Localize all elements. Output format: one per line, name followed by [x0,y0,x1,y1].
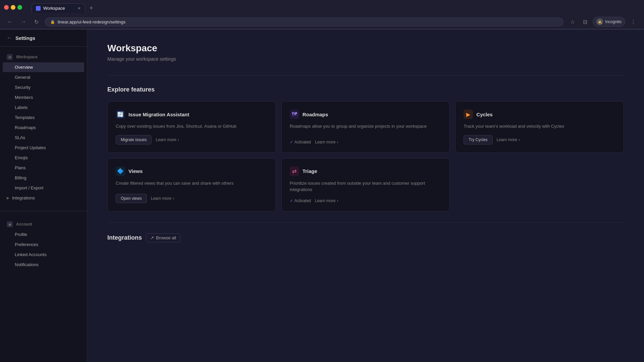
sidebar-item-members[interactable]: Members [3,93,84,102]
account-section: ◉ Account Profile Preferences Linked Acc… [0,214,87,275]
sidebar-item-security[interactable]: Security [3,82,84,92]
sidebar-item-emojis[interactable]: Emojis [3,153,84,163]
sidebar-item-templates[interactable]: Templates [3,113,84,122]
migrate-issues-button[interactable]: Migrate issues [116,135,152,144]
tab-close-icon[interactable]: ✕ [77,6,81,11]
address-bar[interactable]: 🔒 linear.app/ui-feed-redesign/settings [45,17,564,26]
section-divider-1 [107,75,624,75]
card-header: 🔷 Views [116,167,268,176]
activated-label: Activated [294,140,311,144]
bookmark-button[interactable]: ☆ [568,17,578,26]
sidebar-item-label: Linked Accounts [15,252,47,257]
menu-button[interactable]: ⋮ [628,17,639,26]
nav-bar: ← → ↻ 🔒 linear.app/ui-feed-redesign/sett… [0,15,644,29]
browse-all-label: Browse all [156,235,176,240]
check-icon: ✓ [290,198,293,203]
triage-icon: ⇄ [290,167,299,176]
sidebar-toggle-button[interactable]: ⊟ [580,17,590,26]
card-triage: ⇄ Triage Prioritize issues created from … [281,158,450,212]
workspace-section-header: ⊞ Workspace [0,52,87,62]
card-title: Roadmaps [303,112,328,117]
browse-all-button[interactable]: ↗ Browse all [146,233,180,242]
learn-more-button[interactable]: Learn more › [156,137,179,142]
sidebar-item-integrations[interactable]: ▶ Integrations [0,193,87,203]
reload-button[interactable]: ↻ [32,17,41,26]
lock-icon: 🔒 [50,20,55,24]
sidebar-item-plans[interactable]: Plans [3,163,84,173]
sidebar-item-project-updates[interactable]: Project Updates [3,143,84,153]
account-icon: ◉ [7,221,13,227]
sidebar-back-button[interactable]: ← [7,35,12,41]
sidebar-item-general[interactable]: General [3,72,84,82]
sidebar-item-import-export[interactable]: Import / Export [3,183,84,193]
tab-bar: Workspace ✕ + [28,2,100,13]
workspace-section-label: Workspace [16,55,38,59]
card-header: ▶ Cycles [464,110,615,119]
tab-title: Workspace [43,6,65,11]
card-title: Cycles [476,112,492,117]
card-header: 🗺 Roadmaps [290,110,442,119]
incognito-icon: 🕵 [596,18,603,25]
activated-badge: ✓ Activated [290,198,311,203]
learn-more-button[interactable]: Learn more › [315,198,338,203]
incognito-label: Incognito [605,19,622,24]
learn-more-button[interactable]: Learn more › [497,137,520,142]
maximize-btn[interactable] [17,5,22,10]
roadmaps-icon: 🗺 [290,110,299,119]
sidebar-item-label: Labels [15,105,28,110]
sidebar-item-label: Overview [15,65,33,70]
content-area: Workspace Manage your workspace settings… [87,29,644,362]
open-views-button[interactable]: Open views [116,194,147,203]
sidebar-item-overview[interactable]: Overview [3,62,84,72]
sidebar-item-roadmaps[interactable]: Roadmaps [3,123,84,132]
sidebar-item-label: Import / Export [15,185,43,190]
tab-workspace[interactable]: Workspace ✕ [32,3,85,13]
sidebar-item-slas[interactable]: SLAs [3,133,84,142]
cycles-icon: ▶ [464,110,473,119]
workspace-icon: ⊞ [7,54,13,60]
sidebar-item-label: Templates [15,115,35,120]
page-subtitle: Manage your workspace settings [107,56,624,62]
back-button[interactable]: ← [5,17,15,26]
sidebar-item-label: Project Updates [15,145,46,150]
forward-button[interactable]: → [19,17,28,26]
card-title: Triage [303,168,317,174]
sidebar-item-label: Preferences [15,242,38,247]
learn-more-button[interactable]: Learn more › [151,196,174,201]
sidebar-item-preferences[interactable]: Preferences [3,240,84,249]
chevron-right-icon: › [519,137,520,142]
close-btn[interactable] [4,5,9,10]
sidebar-item-label: SLAs [15,135,25,140]
sidebar-item-profile[interactable]: Profile [3,230,84,239]
explore-features-title: Explore features [107,86,624,93]
features-grid-row1: 🔄 Issue Migration Assistant Copy over ex… [107,101,624,153]
url-text: linear.app/ui-feed-redesign/settings [58,19,125,24]
sidebar-item-linked-accounts[interactable]: Linked Accounts [3,250,84,259]
sidebar-item-label: Emojis [15,155,28,160]
views-icon: 🔷 [116,167,125,176]
integrations-title: Integrations [107,234,142,241]
browser-chrome: Workspace ✕ + ← → ↻ 🔒 linear.app/ui-feed… [0,0,644,29]
card-description: Create filtered views that you can save … [116,180,268,188]
section-divider-2 [107,222,624,223]
card-issue-migration: 🔄 Issue Migration Assistant Copy over ex… [107,101,276,153]
empty-card-slot [455,158,624,212]
new-tab-button[interactable]: + [87,3,96,13]
tab-favicon-icon [36,6,41,11]
card-roadmaps: 🗺 Roadmaps Roadmaps allow you to group a… [281,101,450,153]
sidebar-item-labels[interactable]: Labels [3,103,84,112]
incognito-button[interactable]: 🕵 Incognito [593,17,625,27]
page-title: Workspace [107,43,624,54]
sidebar-item-label: Plans [15,165,26,170]
learn-more-button[interactable]: Learn more › [315,140,338,144]
sidebar-item-notifications[interactable]: Notifications [3,260,84,269]
main-layout: ← Settings ⊞ Workspace Overview General … [0,29,644,362]
sidebar-item-label: Profile [15,232,27,237]
try-cycles-button[interactable]: Try Cycles [464,135,492,144]
card-header: 🔄 Issue Migration Assistant [116,110,268,119]
sidebar-item-billing[interactable]: Billing [3,173,84,183]
card-header: ⇄ Triage [290,167,442,176]
sidebar-item-label: Members [15,95,33,100]
minimize-btn[interactable] [11,5,15,10]
card-description: Roadmaps allow you to group and organize… [290,123,442,134]
